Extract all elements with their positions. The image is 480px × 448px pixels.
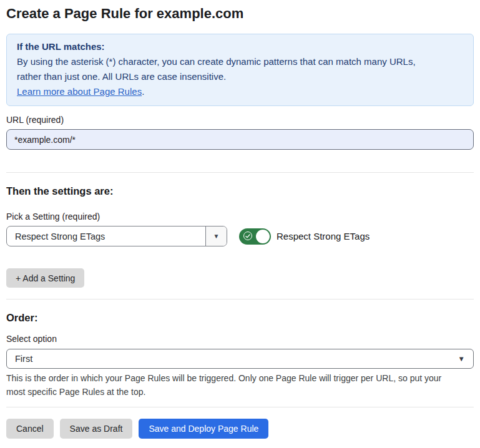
link-suffix: . (142, 86, 144, 97)
setting-row: Respect Strong ETags ▼ Respect Strong ET… (6, 226, 474, 246)
setting-dropdown[interactable]: Respect Strong ETags ▼ (6, 226, 227, 246)
dropdown-arrow-button[interactable]: ▼ (205, 226, 227, 246)
select-option-label: Select option (6, 334, 474, 344)
chevron-down-icon: ▼ (458, 355, 465, 363)
divider (6, 299, 474, 299)
save-deploy-button[interactable]: Save and Deploy Page Rule (139, 419, 268, 439)
add-setting-button[interactable]: + Add a Setting (6, 268, 84, 288)
toggle-knob (256, 230, 270, 243)
order-select[interactable]: First ▼ (6, 349, 474, 369)
footer-actions: Cancel Save as Draft Save and Deploy Pag… (6, 419, 474, 439)
url-label: URL (required) (6, 115, 474, 125)
order-heading: Order: (6, 312, 474, 323)
check-icon (243, 231, 252, 240)
chevron-down-icon: ▼ (213, 233, 220, 240)
setting-dropdown-value: Respect Strong ETags (7, 226, 205, 246)
order-help-text: This is the order in which your Page Rul… (6, 372, 457, 399)
page-rule-form: Create a Page Rule for example.com If th… (0, 5, 480, 439)
order-select-value: First (15, 354, 32, 364)
page-title: Create a Page Rule for example.com (6, 5, 474, 22)
info-box-body: By using the asterisk (*) character, you… (17, 54, 429, 84)
info-box-link-line: Learn more about Page Rules. (17, 84, 463, 99)
cancel-button[interactable]: Cancel (6, 419, 54, 439)
url-input[interactable] (6, 129, 474, 150)
url-match-info-box: If the URL matches: By using the asteris… (6, 34, 474, 106)
learn-more-link[interactable]: Learn more about Page Rules (17, 86, 142, 97)
settings-heading: Then the settings are: (6, 185, 474, 197)
setting-toggle[interactable] (239, 228, 271, 245)
info-box-heading: If the URL matches: (17, 39, 463, 54)
setting-toggle-label: Respect Strong ETags (277, 231, 370, 241)
divider (6, 172, 474, 173)
divider (6, 407, 474, 407)
pick-setting-label: Pick a Setting (required) (6, 212, 474, 222)
save-draft-button[interactable]: Save as Draft (60, 419, 133, 439)
